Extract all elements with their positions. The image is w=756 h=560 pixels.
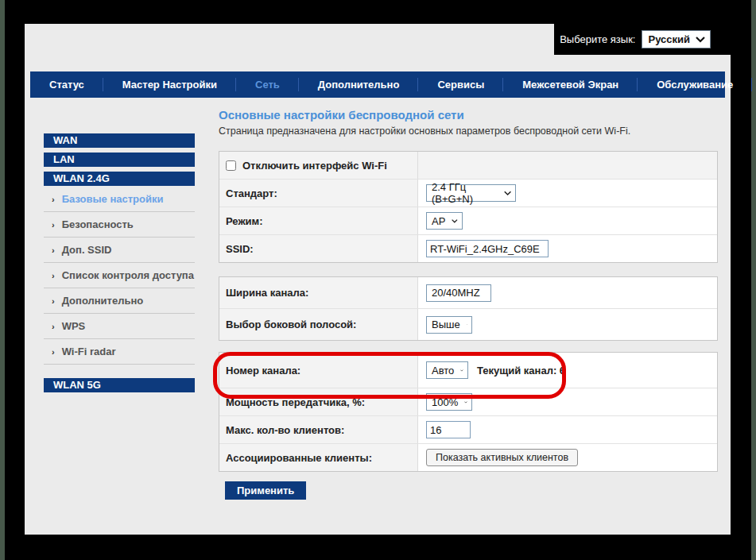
language-select-value: Русский bbox=[648, 33, 690, 45]
sidebar-header-lan[interactable]: LAN bbox=[44, 153, 195, 167]
wifi-general-section: Отключить интерфейс Wi-Fi Стандарт: 2.4 … bbox=[219, 151, 718, 263]
ssid-label: SSID: bbox=[219, 235, 418, 262]
max-clients-row: Макс. кол-во клиентов: bbox=[219, 416, 717, 444]
associated-clients-label: Ассоциированные клиенты: bbox=[219, 444, 418, 471]
chevron-right-icon: › bbox=[52, 322, 55, 331]
sideband-select[interactable]: Выше bbox=[426, 316, 472, 334]
sidebar-item-advanced[interactable]: › Дополнительно bbox=[44, 288, 195, 314]
ssid-input[interactable] bbox=[426, 240, 549, 257]
standard-select[interactable]: 2.4 ГГц (B+G+N) bbox=[426, 184, 516, 202]
chevron-right-icon: › bbox=[52, 296, 55, 306]
nav-item-maintenance[interactable]: Обслуживание bbox=[638, 71, 752, 98]
mode-select-value: AP bbox=[432, 215, 445, 227]
disable-wifi-label: Отключить интерфейс Wi-Fi bbox=[242, 160, 387, 172]
chevron-down-icon bbox=[460, 368, 463, 373]
tx-power-select-value: 100% bbox=[432, 396, 458, 408]
chevron-down-icon bbox=[464, 400, 467, 405]
channel-width-row: Ширина канала: 20/40MHZ bbox=[219, 277, 717, 309]
sidebar-item-label: Безопасность bbox=[62, 218, 134, 230]
mode-select[interactable]: AP bbox=[426, 212, 463, 230]
standard-select-value: 2.4 ГГц (B+G+N) bbox=[432, 181, 498, 205]
sidebar-item-label: Список контроля доступа bbox=[62, 269, 194, 281]
sidebar-item-basic-settings[interactable]: › Базовые настройки bbox=[44, 187, 195, 212]
channel-number-row: Номер канала: Авто Текущий канал: 6 bbox=[219, 353, 717, 388]
sidebar-item-label: Дополнительно bbox=[62, 295, 144, 307]
sidebar-header-wlan5[interactable]: WLAN 5G bbox=[44, 378, 195, 392]
channel-width-label: Ширина канала: bbox=[219, 277, 418, 308]
nav-item-services[interactable]: Сервисы bbox=[418, 71, 503, 98]
ssid-row: SSID: bbox=[219, 235, 717, 262]
empty-cell bbox=[418, 152, 717, 179]
nav-item-status[interactable]: Статус bbox=[30, 71, 103, 98]
sidebar-item-label: WPS bbox=[62, 320, 86, 332]
sideband-select-value: Выше bbox=[432, 319, 460, 330]
left-edge-strip bbox=[0, 0, 5, 560]
sidebar-header-wlan24[interactable]: WLAN 2.4G bbox=[44, 172, 195, 186]
page-title: Основные настройки беспроводной сети bbox=[219, 108, 464, 122]
nav-item-advanced[interactable]: Дополнительно bbox=[299, 71, 419, 98]
chevron-right-icon: › bbox=[52, 271, 55, 280]
standard-row: Стандарт: 2.4 ГГц (B+G+N) bbox=[219, 180, 717, 207]
tx-power-row: Мощность передатчика, %: 100% bbox=[219, 388, 717, 416]
language-select[interactable]: Русский bbox=[642, 30, 711, 48]
channel-width-section: Ширина канала: 20/40MHZ Выбор боковой по… bbox=[219, 276, 718, 341]
channel-number-label: Номер канала: bbox=[219, 353, 418, 388]
sidebar-item-wifi-radar[interactable]: › Wi-Fi radar bbox=[44, 339, 195, 365]
sidebar-item-access-control[interactable]: › Список контроля доступа bbox=[44, 263, 195, 288]
language-label: Выберите язык: bbox=[560, 33, 635, 45]
show-active-clients-button[interactable]: Показать активных клиентов bbox=[426, 449, 578, 466]
page-body: Выберите язык: Русский Статус Мастер Нас… bbox=[25, 24, 731, 535]
channel-number-section: Номер канала: Авто Текущий канал: 6 Мощн… bbox=[219, 352, 718, 472]
sidebar: WAN LAN WLAN 2.4G › Базовые настройки › … bbox=[44, 133, 195, 397]
page-subtitle: Страница предназначена для настройки осн… bbox=[219, 126, 630, 137]
sidebar-header-wan[interactable]: WAN bbox=[44, 133, 195, 148]
sideband-row: Выбор боковой полосой: Выше bbox=[219, 309, 717, 340]
chevron-down-icon bbox=[696, 37, 705, 43]
mode-row: Режим: AP bbox=[219, 207, 717, 235]
chevron-right-icon: › bbox=[52, 347, 55, 357]
disable-wifi-checkbox[interactable] bbox=[226, 160, 236, 171]
sidebar-item-label: Базовые настройки bbox=[62, 193, 164, 205]
sideband-label: Выбор боковой полосой: bbox=[219, 309, 418, 340]
chevron-down-icon bbox=[452, 218, 458, 224]
associated-clients-row: Ассоциированные клиенты: Показать активн… bbox=[219, 444, 717, 471]
mode-label: Режим: bbox=[219, 207, 418, 234]
nav-item-firewall[interactable]: Межсетевой Экран bbox=[503, 71, 638, 98]
apply-button[interactable]: Применить bbox=[225, 481, 306, 500]
channel-width-select[interactable]: 20/40MHZ bbox=[426, 284, 491, 302]
chevron-down-icon bbox=[467, 322, 467, 327]
max-clients-label: Макс. кол-во клиентов: bbox=[219, 416, 418, 443]
sidebar-item-additional-ssid[interactable]: › Доп. SSID bbox=[44, 238, 195, 263]
language-bar: Выберите язык: Русский bbox=[554, 24, 731, 55]
sidebar-wlan24-items: › Базовые настройки › Безопасность › Доп… bbox=[44, 187, 195, 365]
sidebar-item-label: Wi-Fi radar bbox=[62, 346, 116, 357]
sidebar-item-label: Доп. SSID bbox=[62, 244, 112, 256]
channel-width-select-value: 20/40MHZ bbox=[432, 287, 480, 299]
tx-power-select[interactable]: 100% bbox=[426, 393, 472, 411]
top-navbar: Статус Мастер Настройки Сеть Дополнитель… bbox=[30, 71, 725, 98]
channel-number-select-value: Авто bbox=[432, 365, 454, 377]
max-clients-input[interactable] bbox=[426, 421, 471, 438]
chevron-right-icon: › bbox=[52, 195, 55, 204]
channel-number-select[interactable]: Авто bbox=[426, 361, 468, 379]
chevron-right-icon: › bbox=[52, 245, 55, 255]
standard-label: Стандарт: bbox=[219, 180, 418, 207]
router-admin-screen: Выберите язык: Русский Статус Мастер Нас… bbox=[0, 0, 756, 560]
current-channel-text: Текущий канал: 6 bbox=[477, 365, 565, 377]
nav-item-wizard[interactable]: Мастер Настройки bbox=[103, 71, 236, 98]
sidebar-item-wps[interactable]: › WPS bbox=[44, 314, 195, 339]
tx-power-label: Мощность передатчика, %: bbox=[219, 388, 418, 415]
chevron-down-icon bbox=[504, 191, 511, 196]
nav-item-network[interactable]: Сеть bbox=[236, 71, 299, 98]
sidebar-item-security[interactable]: › Безопасность bbox=[44, 212, 195, 238]
chevron-right-icon: › bbox=[52, 220, 55, 230]
disable-wifi-cell: Отключить интерфейс Wi-Fi bbox=[219, 152, 418, 179]
disable-wifi-row: Отключить интерфейс Wi-Fi bbox=[219, 152, 717, 180]
